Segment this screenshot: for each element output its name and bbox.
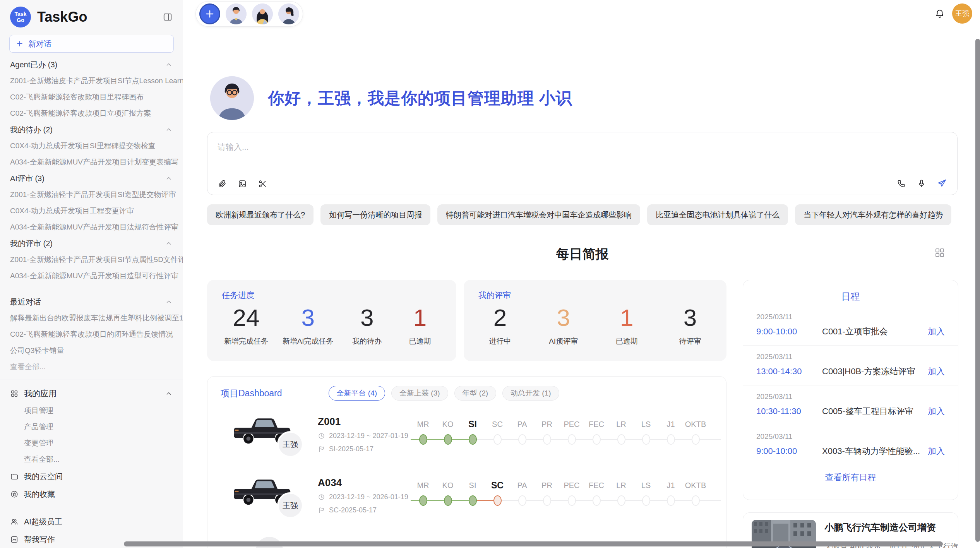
sidebar-item-folder[interactable]: 我的云空间 bbox=[0, 468, 183, 485]
milestone-label: J1 bbox=[658, 418, 683, 430]
clock-icon bbox=[318, 493, 325, 501]
join-link[interactable]: 加入 bbox=[928, 326, 945, 337]
milestone-label: PR bbox=[535, 418, 559, 430]
view-all-schedule-link[interactable]: 查看所有日程 bbox=[743, 465, 958, 490]
new-chat-button[interactable]: 新对话 bbox=[9, 35, 174, 53]
milestone-label: PA bbox=[510, 418, 535, 430]
collapse-sidebar-icon[interactable] bbox=[163, 12, 173, 22]
milestone-label: KO bbox=[435, 479, 460, 491]
dashboard-tab[interactable]: 全新上装 (3) bbox=[391, 386, 448, 401]
phone-icon[interactable] bbox=[897, 179, 906, 188]
sidebar-section-header[interactable]: AI评审 (3) bbox=[0, 170, 183, 187]
message-input[interactable] bbox=[207, 132, 957, 171]
suggestion-chip[interactable]: 欧洲新规最近颁布了什么? bbox=[207, 204, 314, 225]
app-menu-item[interactable]: 变更管理 bbox=[0, 435, 183, 451]
stat: 3新增AI完成任务 bbox=[283, 304, 334, 346]
milestone-label: FEC bbox=[584, 479, 609, 491]
milestone-stop: PA bbox=[510, 418, 535, 445]
project-milestone-text: SC-2025-05-17 bbox=[329, 506, 377, 514]
join-link[interactable]: 加入 bbox=[928, 366, 945, 377]
scissors-icon[interactable] bbox=[258, 179, 267, 188]
event-date: 2025/03/11 bbox=[756, 353, 945, 361]
add-agent-button[interactable] bbox=[199, 3, 220, 24]
milestone-dot bbox=[568, 434, 576, 445]
layout-grid-icon[interactable] bbox=[934, 247, 946, 259]
milestone-stop: OKTB bbox=[683, 418, 708, 445]
milestone-label: PA bbox=[510, 479, 535, 491]
sidebar-section-header[interactable]: Agent已办 (3) bbox=[0, 57, 183, 73]
sidebar-item[interactable]: Z001-全新燃油轻卡产品开发项目SI节点属性5D文件评审 bbox=[0, 252, 183, 268]
event-title: X003-车辆动力学性能验... bbox=[822, 445, 925, 457]
sidebar-item[interactable]: C02-飞腾新能源轻客改款项目立项汇报方案 bbox=[0, 105, 183, 122]
suggestion-chip[interactable]: 特朗普可能对进口汽车增税会对中国车企造成哪些影响 bbox=[437, 204, 640, 225]
chevron-up-icon bbox=[165, 240, 173, 247]
recent-conversation-item[interactable]: 公司Q3轻卡销量 bbox=[0, 342, 183, 359]
suggestion-chip[interactable]: 比亚迪全固态电池计划具体说了什么 bbox=[647, 204, 788, 225]
app-menu-item[interactable]: 查看全部... bbox=[0, 451, 183, 468]
horizontal-scrollbar[interactable] bbox=[124, 541, 943, 546]
milestone-dot bbox=[469, 434, 477, 445]
stat: 2进行中 bbox=[481, 304, 519, 346]
sidebar-item[interactable]: Z001-全新燃油皮卡产品开发项目SI节点Lesson Learn报告 bbox=[0, 73, 183, 89]
milestone-dot bbox=[518, 495, 526, 506]
sidebar-item-star[interactable]: 我的收藏 bbox=[0, 485, 183, 503]
project-row[interactable]: 王强A0342023-12-19 ~ 2026-01-19SC-2025-05-… bbox=[207, 468, 726, 529]
milestone-stop: PA bbox=[510, 479, 535, 506]
tool-label: 帮我写作 bbox=[24, 534, 55, 545]
sidebar-item[interactable]: A034-全新新能源MUV产品开发项目造型可行性评审 bbox=[0, 268, 183, 284]
project-dates: 2023-12-19 ~ 2026-01-19 bbox=[318, 493, 408, 501]
my-review-card: 我的评审 2进行中3AI预评审1已逾期3待评审 bbox=[464, 280, 726, 361]
project-milestone-date: SC-2025-05-17 bbox=[318, 506, 377, 514]
milestone-dot bbox=[642, 434, 650, 445]
send-icon[interactable] bbox=[937, 178, 947, 188]
user-avatar[interactable]: 王强 bbox=[952, 3, 972, 24]
sidebar-item[interactable]: A034-全新新能源MUV产品开发项目法规符合性评审 bbox=[0, 219, 183, 235]
agent-avatar[interactable] bbox=[252, 3, 273, 24]
task-progress-card: 任务进度 24新增完成任务3新增AI完成任务3我的待办1已逾期 bbox=[207, 280, 456, 361]
milestone-dot bbox=[692, 495, 700, 506]
dashboard-tab[interactable]: 全新平台 (4) bbox=[329, 386, 385, 401]
attach-icon[interactable] bbox=[218, 179, 227, 188]
vertical-scrollbar[interactable] bbox=[975, 39, 980, 542]
suggestion-chip[interactable]: 如何写一份清晰的项目周报 bbox=[320, 204, 430, 225]
sidebar-item[interactable]: C0X4-动力总成开发项目SI里程碑提交物检查 bbox=[0, 138, 183, 154]
sidebar-section-header[interactable]: 我的评审 (2) bbox=[0, 235, 183, 252]
sidebar-item[interactable]: C02-飞腾新能源轻客改款项目里程碑画布 bbox=[0, 89, 183, 105]
milestone-dot bbox=[617, 434, 625, 445]
milestone-stop: J1 bbox=[658, 479, 683, 506]
join-link[interactable]: 加入 bbox=[928, 406, 945, 417]
recent-conversation-item[interactable]: 解释最新出台的欧盟报废车法规再生塑料比例被调至15%... bbox=[0, 310, 183, 326]
milestone-label: LR bbox=[609, 418, 634, 430]
sidebar-section-header[interactable]: 最近对话 bbox=[0, 294, 183, 310]
milestone-stop: PR bbox=[535, 479, 559, 506]
app-menu-item[interactable]: 项目管理 bbox=[0, 402, 183, 419]
recent-conversation-item[interactable]: C02-飞腾新能源轻客改款项目的闭环通告反馈情况 bbox=[0, 326, 183, 342]
project-milestone-text: SI-2025-05-17 bbox=[329, 445, 373, 453]
milestone-label: SC bbox=[485, 479, 510, 491]
view-all-conversations[interactable]: 查看全部... bbox=[0, 359, 183, 375]
sidebar-item[interactable]: A034-全新新能源MUV产品开发项目计划变更表编写 bbox=[0, 154, 183, 170]
event-time: 10:30-11:30 bbox=[756, 406, 819, 416]
image-icon[interactable] bbox=[238, 179, 247, 188]
suggestion-chip[interactable]: 当下年轻人对汽车外观有怎样的喜好趋势 bbox=[795, 204, 951, 225]
join-link[interactable]: 加入 bbox=[928, 445, 945, 457]
notification-bell-icon[interactable] bbox=[934, 9, 945, 19]
dashboard-tab[interactable]: 年型 (2) bbox=[454, 386, 497, 401]
sidebar-tool-people[interactable]: AI超级员工 bbox=[0, 513, 183, 531]
sidebar-item-my-apps[interactable]: 我的应用 bbox=[0, 385, 183, 402]
milestone-stop: SI bbox=[460, 418, 485, 445]
section-title: 我的评审 (2) bbox=[10, 238, 53, 249]
agent-avatar[interactable] bbox=[226, 3, 247, 24]
stat: 24新增完成任务 bbox=[224, 304, 268, 346]
sidebar-item[interactable]: Z001-全新燃油轻卡产品开发项目SI造型提交物评审 bbox=[0, 187, 183, 203]
milestone-label: PEC bbox=[559, 479, 584, 491]
sidebar-item[interactable]: C0X4-动力总成开发项目工程变更评审 bbox=[0, 203, 183, 219]
agent-avatar[interactable] bbox=[278, 3, 299, 24]
dashboard-tab[interactable]: 动总开发 (1) bbox=[502, 386, 559, 401]
microphone-icon[interactable] bbox=[917, 179, 926, 188]
sidebar-section-header[interactable]: 我的待办 (2) bbox=[0, 122, 183, 138]
milestone-dot bbox=[642, 495, 650, 506]
project-row[interactable]: 王强Z0012023-12-19 ~ 2027-01-19SI-2025-05-… bbox=[207, 407, 726, 468]
project-dashboard-card: 项目Dashboard 全新平台 (4)全新上装 (3)年型 (2)动总开发 (… bbox=[207, 376, 726, 548]
app-menu-item[interactable]: 产品管理 bbox=[0, 419, 183, 435]
